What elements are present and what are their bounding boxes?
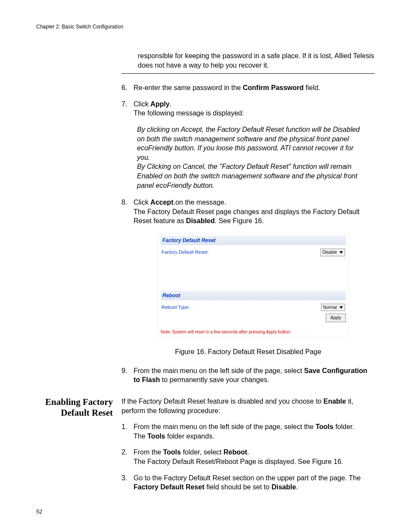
text: Go to the Factory Default Reset section … xyxy=(134,474,361,482)
text: folder. xyxy=(333,423,354,430)
figure-16-ui: Factory Default Reset Factory Default Re… xyxy=(158,233,349,338)
step-7: 7. Click Apply. The following message is… xyxy=(121,100,375,118)
text: . xyxy=(296,483,298,491)
reboot-type-dropdown[interactable]: Normal xyxy=(321,304,345,311)
main-body-column: responsible for keeping the password in … xyxy=(121,51,375,385)
text: . xyxy=(170,100,171,108)
list-body: From the Tools folder, select Reboot. Th… xyxy=(134,448,375,466)
list-body: From the main menu on the left side of t… xyxy=(134,422,375,441)
text-bold: Disable xyxy=(271,483,296,491)
apply-row: Apply xyxy=(161,312,346,322)
intro-paragraph: If the Factory Default Reset feature is … xyxy=(121,397,375,415)
list-body: Re-enter the same password in the Confir… xyxy=(134,83,375,93)
page-number: 52 xyxy=(36,508,42,515)
text-bold: Tools xyxy=(163,448,181,456)
text: to permanently save your changes. xyxy=(160,376,269,383)
dropdown-value: Normal xyxy=(323,305,337,311)
list-number: 3. xyxy=(121,473,134,492)
list-number: 9. xyxy=(121,366,134,385)
section-enabling-factory-default-reset: Enabling Factory Default Reset If the Fa… xyxy=(36,397,375,499)
list-number: 7. xyxy=(121,100,134,118)
note-box-tail: responsible for keeping the password in … xyxy=(121,51,375,74)
section-body: If the Factory Default Reset feature is … xyxy=(121,397,375,499)
figure-caption: Figure 16. Factory Default Reset Disable… xyxy=(121,347,375,357)
text: The Factory Default Reset/Reboot Page is… xyxy=(134,458,343,465)
side-heading: Enabling Factory Default Reset xyxy=(36,397,121,499)
field-label: Reboot Type: xyxy=(162,304,190,311)
text: Click xyxy=(134,100,150,108)
step-8: 8. Click Accept.on the message. The Fact… xyxy=(121,198,375,226)
factory-default-reset-dropdown[interactable]: Disable xyxy=(321,249,345,256)
panel-header-factory-default-reset: Factory Default Reset xyxy=(161,236,346,245)
list-number: 8. xyxy=(121,198,134,226)
text-bold: Factory Default Reset xyxy=(134,483,205,491)
svg-marker-1 xyxy=(339,306,343,309)
text: . xyxy=(247,448,249,456)
list-number: 6. xyxy=(121,83,134,93)
list-number: 1. xyxy=(121,422,134,441)
figure-note-text: Note: System will reset in a few seconds… xyxy=(161,329,346,335)
text: From the main menu on the left side of t… xyxy=(134,367,304,374)
text: From the xyxy=(134,448,163,456)
text-bold: Reboot xyxy=(224,448,247,456)
text: folder, select xyxy=(181,448,224,456)
text-bold: Tools xyxy=(147,432,165,440)
text: field. xyxy=(304,84,320,91)
svg-marker-0 xyxy=(339,251,343,254)
text: From the main menu on the left side of t… xyxy=(134,423,315,430)
side-heading-line: Enabling Factory xyxy=(45,397,113,407)
field-row-factory-default-reset: Factory Default Reset: Disable xyxy=(161,248,346,261)
field-row-reboot-type: Reboot Type: Normal xyxy=(161,303,346,312)
text-bold: Disabled xyxy=(186,217,215,224)
text: The following message is displayed: xyxy=(134,109,244,117)
list-body: From the main menu on the left side of t… xyxy=(134,366,375,385)
text: Click xyxy=(134,199,150,206)
step-9: 9. From the main menu on the left side o… xyxy=(121,366,375,385)
text: field should be set to xyxy=(205,483,272,491)
chapter-header: Chapter 2: Basic Switch Configuration xyxy=(36,24,375,30)
text: The xyxy=(134,432,147,440)
apply-button[interactable]: Apply xyxy=(326,314,346,322)
text-bold: Enable xyxy=(324,398,346,405)
text-bold: Confirm Password xyxy=(243,84,303,91)
side-heading-line: Default Reset xyxy=(61,408,113,418)
list-number: 2. xyxy=(121,448,134,466)
list-body: Go to the Factory Default Reset section … xyxy=(134,473,375,492)
text: folder expands. xyxy=(165,432,215,440)
list-body: Click Accept.on the message. The Factory… xyxy=(134,198,375,226)
chevron-down-icon xyxy=(339,251,343,254)
step-2: 2. From the Tools folder, select Reboot.… xyxy=(121,448,375,466)
panel-header-reboot: Reboot xyxy=(161,291,346,300)
page: Chapter 2: Basic Switch Configuration re… xyxy=(0,0,411,532)
step-6: 6. Re-enter the same password in the Con… xyxy=(121,83,375,93)
chevron-down-icon xyxy=(339,306,343,309)
dropdown-value: Disable xyxy=(323,249,337,255)
list-body: Click Apply. The following message is di… xyxy=(134,100,375,118)
text: . See Figure 16. xyxy=(215,217,264,224)
text-bold: Accept xyxy=(150,199,173,206)
text: .on the message. xyxy=(173,199,226,206)
accept-message-quote: By clicking on Accept, the Factory Defau… xyxy=(137,125,364,190)
text-bold: Apply xyxy=(150,100,169,108)
field-label: Factory Default Reset: xyxy=(162,249,209,255)
step-1: 1. From the main menu on the left side o… xyxy=(121,422,375,441)
text: If the Factory Default Reset feature is … xyxy=(121,398,324,405)
quote-paragraph: By clicking on Accept, the Factory Defau… xyxy=(137,125,364,162)
text-bold: Tools xyxy=(315,423,333,430)
step-3: 3. Go to the Factory Default Reset secti… xyxy=(121,473,375,492)
spacer xyxy=(161,261,346,291)
quote-paragraph: By Clicking on Cancel, the "Factory Defa… xyxy=(137,162,364,190)
text: Re-enter the same password in the xyxy=(134,84,243,91)
